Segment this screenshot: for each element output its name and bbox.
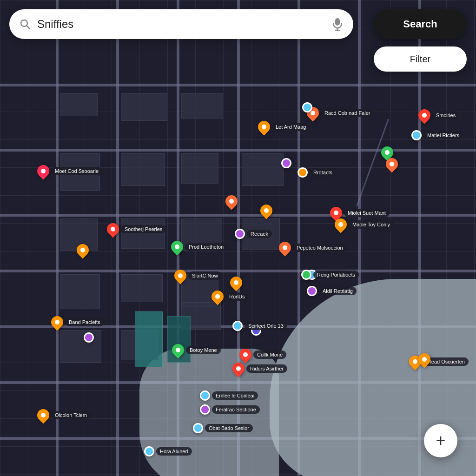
add-icon: + xyxy=(436,432,445,449)
pin-marker xyxy=(411,130,422,140)
map-pin[interactable]: Prod Loetheton xyxy=(171,241,227,253)
map-pin[interactable]: Emleè le Corileai xyxy=(200,390,258,401)
map-pin[interactable]: Smciries xyxy=(418,109,459,121)
filter-button-label: Filter xyxy=(410,54,430,65)
pin-label: Feralrao Sectione xyxy=(212,405,260,414)
pin-label: Band Paclefts xyxy=(65,318,104,326)
pin-marker xyxy=(144,446,154,456)
map-pin[interactable] xyxy=(281,158,291,168)
pin-marker xyxy=(235,229,245,239)
pin-label: Sootherj Peerles xyxy=(121,225,166,233)
map-pin[interactable]: Reng Porlaboets xyxy=(301,270,359,280)
pin-label: Prod Loetheton xyxy=(185,243,227,251)
search-input[interactable] xyxy=(37,18,331,31)
pin-label: Reng Porlaboets xyxy=(313,271,359,279)
pin-marker xyxy=(277,239,294,257)
pin-marker xyxy=(35,407,52,424)
pin-label: Oicoloh Tclem xyxy=(51,411,91,419)
pin-marker xyxy=(258,202,275,219)
pin-marker xyxy=(230,360,247,377)
map-pin[interactable]: Aldil Retrlatig xyxy=(307,286,357,296)
map-pin[interactable]: Reeaek xyxy=(235,229,272,239)
building xyxy=(60,274,100,309)
map-pin[interactable]: Miolei Suot Mant xyxy=(330,207,390,219)
pin-marker xyxy=(74,242,92,259)
pin-marker xyxy=(232,321,243,331)
map-pin[interactable]: RorlUs xyxy=(212,291,249,303)
map-pin[interactable]: Feralrao Sectione xyxy=(200,404,260,415)
pin-marker xyxy=(256,119,273,136)
filter-button[interactable]: Filter xyxy=(374,46,467,72)
map-pin[interactable]: Racd Cob nad Faler xyxy=(307,107,374,119)
building xyxy=(60,93,98,116)
building xyxy=(181,153,218,184)
pin-label: Moet Cod Ssooarie xyxy=(51,167,102,175)
map-pin[interactable]: Obat Bado Sesior xyxy=(193,423,253,433)
pin-label: Maole Toy Conly xyxy=(349,220,394,229)
pin-marker xyxy=(169,238,186,256)
map-pin[interactable] xyxy=(302,102,312,112)
pin-label: Smciries xyxy=(432,111,459,119)
pin-label: Hora Alunerl xyxy=(156,447,192,456)
map-pin[interactable]: Band Paclefts xyxy=(51,316,104,328)
map-pin[interactable]: Moet Cod Ssooarie xyxy=(37,165,102,177)
road xyxy=(56,0,59,476)
pin-label: RorlUs xyxy=(225,292,249,301)
map-pin[interactable]: Ridors Asirther xyxy=(232,363,287,375)
map-pin[interactable]: Rrotacts xyxy=(298,167,336,178)
map-pin[interactable]: Botoy Mene xyxy=(172,344,221,356)
pin-label: SlortC Now xyxy=(188,271,222,280)
map-pin[interactable] xyxy=(225,195,238,207)
pin-marker xyxy=(35,163,52,180)
pin-label: Let Ard Maag xyxy=(272,123,310,131)
pin-marker xyxy=(416,351,433,368)
pin-marker xyxy=(193,423,203,433)
map-pin[interactable] xyxy=(77,244,89,256)
pin-marker xyxy=(416,107,433,124)
pin-label: Ridors Asirther xyxy=(246,364,287,373)
map-pin[interactable] xyxy=(230,277,242,289)
pin-label: Pepeteo Molsoecion xyxy=(293,244,347,252)
map-pin[interactable] xyxy=(418,353,430,365)
map-pin[interactable]: Sootherj Peerles xyxy=(107,223,166,235)
pin-marker xyxy=(307,286,317,296)
microphone-icon[interactable] xyxy=(331,18,344,31)
fab-button[interactable]: + xyxy=(424,424,457,457)
map-pin[interactable]: Hora Alunerl xyxy=(144,446,192,456)
pin-marker xyxy=(172,267,189,284)
pin-marker xyxy=(237,346,254,364)
building xyxy=(242,153,284,186)
search-icon xyxy=(19,18,32,31)
map-pin[interactable]: Collk Mone xyxy=(239,349,286,361)
map-pin[interactable]: Maole Toy Conly xyxy=(335,218,394,231)
search-button[interactable]: Search xyxy=(374,9,467,39)
building xyxy=(60,330,101,363)
search-button-label: Search xyxy=(403,18,437,30)
map-pin[interactable] xyxy=(84,332,94,343)
pin-marker xyxy=(105,221,122,238)
pin-marker xyxy=(170,342,187,359)
map-pin[interactable]: Matiel Rictiers xyxy=(411,130,463,140)
pin-label: Reeaek xyxy=(247,230,272,238)
building xyxy=(121,274,163,302)
pin-marker xyxy=(281,158,291,168)
map-pin[interactable] xyxy=(260,205,272,217)
pin-marker xyxy=(298,167,308,178)
map-pin[interactable] xyxy=(381,146,393,159)
map-pin[interactable]: SlortC Now xyxy=(174,270,222,282)
pin-marker xyxy=(332,216,350,233)
pin-label: Matiel Rictiers xyxy=(423,131,463,139)
map-pin[interactable]: Scirleet Orle 13 xyxy=(232,321,287,331)
pin-label: Miolei Suot Mant xyxy=(344,209,390,217)
pin-label: Botoy Mene xyxy=(186,346,221,354)
map-pin[interactable]: Pepeteo Molsoecion xyxy=(279,242,347,254)
pin-label: Scirleet Orle 13 xyxy=(245,322,287,330)
search-bar[interactable] xyxy=(9,9,353,39)
map-pin[interactable] xyxy=(386,158,398,170)
pin-label: Emleè le Corileai xyxy=(212,391,258,400)
map-pin[interactable]: Oicoloh Tclem xyxy=(37,409,91,421)
pin-marker xyxy=(383,156,401,173)
map-pin[interactable]: Let Ard Maag xyxy=(258,121,310,133)
pin-marker xyxy=(228,274,245,291)
pin-label: Rrotacts xyxy=(310,168,336,177)
